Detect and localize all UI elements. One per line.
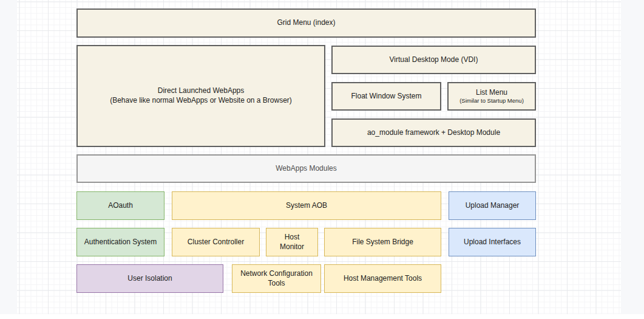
box-authentication-system[interactable]: Authentication System (76, 228, 164, 256)
box-cluster-controller[interactable]: Cluster Controller (172, 228, 260, 256)
host-monitor-label: Host Monitor (273, 233, 311, 252)
host-mgmt-label: Host Management Tools (344, 274, 422, 284)
box-host-management-tools[interactable]: Host Management Tools (324, 264, 441, 293)
grid-menu-label: Grid Menu (index) (277, 18, 335, 28)
box-float-window-system[interactable]: Float Window System (331, 82, 441, 111)
box-direct-launched-webapps[interactable]: Direct Launched WebApps (Behave like nor… (76, 45, 325, 147)
user-isolation-label: User Isolation (127, 274, 172, 284)
vdi-label: Virtual Desktop Mode (VDI) (390, 55, 478, 65)
box-file-system-bridge[interactable]: File System Bridge (324, 228, 441, 256)
right-gutter (621, 0, 644, 314)
system-aob-label: System AOB (286, 201, 327, 211)
direct-webapps-sublabel: (Behave like normal WebApps or Website o… (110, 96, 292, 106)
auth-system-label: Authentication System (84, 238, 157, 247)
box-upload-interfaces[interactable]: Upload Interfaces (449, 228, 536, 256)
box-virtual-desktop-mode[interactable]: Virtual Desktop Mode (VDI) (331, 46, 536, 74)
box-aoauth[interactable]: AOauth (76, 191, 164, 220)
float-window-label: Float Window System (351, 92, 421, 101)
box-host-monitor[interactable]: Host Monitor (266, 228, 318, 256)
box-grid-menu[interactable]: Grid Menu (index) (76, 9, 536, 38)
box-ao-module-framework[interactable]: ao_module framework + Desktop Module (331, 118, 536, 147)
upload-manager-label: Upload Manager (466, 201, 520, 211)
ao-module-label: ao_module framework + Desktop Module (367, 128, 500, 138)
box-list-menu[interactable]: List Menu (Similar to Startup Menu) (447, 82, 536, 111)
cluster-controller-label: Cluster Controller (188, 238, 244, 247)
aoauth-label: AOauth (108, 201, 133, 211)
box-network-configuration-tools[interactable]: Network Configuration Tools (232, 264, 321, 293)
box-user-isolation[interactable]: User Isolation (76, 264, 223, 293)
fs-bridge-label: File System Bridge (352, 238, 413, 247)
list-menu-label: List Menu (476, 88, 507, 98)
left-gutter (0, 0, 17, 314)
network-config-label: Network Configuration Tools (239, 269, 314, 288)
box-webapps-modules[interactable]: WebApps Modules (76, 154, 536, 183)
box-system-aob[interactable]: System AOB (172, 191, 441, 220)
webapps-modules-label: WebApps Modules (276, 164, 337, 174)
list-menu-sublabel: (Similar to Startup Menu) (459, 97, 524, 105)
direct-webapps-label: Direct Launched WebApps (158, 86, 245, 96)
drawio-canvas-screenshot: { "palette": { "cream_fill": "#F6F2E5", … (0, 0, 644, 319)
upload-interfaces-label: Upload Interfaces (464, 238, 521, 247)
box-upload-manager[interactable]: Upload Manager (449, 191, 536, 220)
